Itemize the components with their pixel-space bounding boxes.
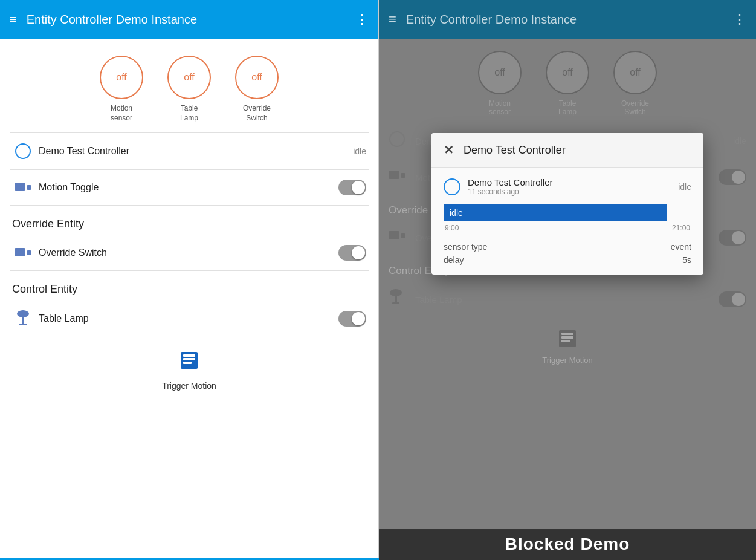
- modal-meta-sensor-key: sensor type: [444, 242, 487, 252]
- bar-times: 9:00 21:00: [444, 224, 691, 232]
- controller-row[interactable]: Demo Test Controller idle: [0, 133, 378, 169]
- svg-point-0: [16, 144, 30, 158]
- table-lamp-label: Table Lamp: [39, 313, 338, 324]
- svg-rect-7: [19, 324, 27, 325]
- modal-card: ✕ Demo Test Controller Demo Test Control…: [431, 133, 703, 275]
- modal-metadata: sensor type event delay 5s: [444, 242, 691, 265]
- override-switch-icon: [12, 246, 34, 260]
- modal-entity-info: Demo Test Controller 11 seconds ago: [468, 177, 671, 196]
- override-section-header: Override Entity: [0, 206, 378, 235]
- modal-entity-status: idle: [678, 182, 691, 192]
- trigger-motion-icon: [178, 350, 200, 376]
- modal-close-button[interactable]: ✕: [444, 143, 454, 157]
- trigger-motion-label: Trigger Motion: [162, 381, 216, 391]
- motion-toggle-label: Motion Toggle: [39, 182, 338, 193]
- left-panel: ≡ Entity Controller Demo Instance ⋮ off …: [0, 0, 379, 560]
- svg-point-5: [17, 310, 29, 317]
- left-circle-motion-label: Motionsensor: [111, 104, 132, 123]
- idle-bar: idle: [444, 204, 667, 221]
- left-circle-motion-badge[interactable]: off: [100, 56, 143, 99]
- motion-toggle-switch[interactable]: [338, 180, 366, 195]
- svg-rect-3: [15, 248, 25, 256]
- svg-rect-6: [22, 317, 24, 324]
- left-circle-override: off OverrideSwitch: [235, 56, 279, 123]
- left-circle-lamp-badge[interactable]: off: [167, 56, 211, 99]
- modal-entity-circle: [444, 178, 460, 195]
- modal-meta-delay-key: delay: [444, 255, 464, 265]
- hamburger-icon[interactable]: ≡: [10, 13, 17, 27]
- controller-icon: [12, 143, 34, 160]
- left-status-circles: off Motionsensor off TableLamp off Overr…: [0, 39, 378, 132]
- svg-rect-10: [183, 358, 195, 360]
- controller-name: Demo Test Controller: [39, 146, 353, 157]
- left-circle-lamp: off TableLamp: [167, 56, 211, 123]
- bottom-bar: [0, 558, 379, 560]
- trigger-motion-button[interactable]: Trigger Motion: [0, 337, 378, 403]
- svg-rect-11: [183, 362, 192, 364]
- bar-time-start: 9:00: [445, 224, 459, 232]
- svg-rect-4: [27, 250, 31, 255]
- left-app-bar: ≡ Entity Controller Demo Instance ⋮: [0, 0, 378, 39]
- modal-entity-time: 11 seconds ago: [468, 187, 671, 196]
- override-toggle-switch[interactable]: [338, 245, 366, 261]
- modal-header: ✕ Demo Test Controller: [431, 133, 703, 168]
- modal-meta-sensor-value: event: [671, 242, 691, 252]
- override-switch-label: Override Switch: [39, 247, 338, 258]
- table-lamp-row: Table Lamp: [0, 301, 378, 337]
- left-circle-lamp-label: TableLamp: [180, 104, 198, 123]
- bar-time-end: 21:00: [672, 224, 690, 232]
- modal-title: Demo Test Controller: [464, 144, 566, 157]
- override-switch-row: Override Switch: [0, 235, 378, 270]
- left-more-icon[interactable]: ⋮: [355, 11, 369, 27]
- modal-overlay: ✕ Demo Test Controller Demo Test Control…: [379, 0, 756, 560]
- motion-toggle-icon: [12, 180, 34, 195]
- control-section-header: Control Entity: [0, 271, 378, 301]
- left-circle-override-label: OverrideSwitch: [243, 104, 271, 123]
- modal-meta-delay: delay 5s: [444, 255, 691, 265]
- motion-toggle-row: Motion Toggle: [0, 170, 378, 205]
- right-panel: ≡ Entity Controller Demo Instance ⋮ off …: [379, 0, 756, 560]
- modal-entity-name: Demo Test Controller: [468, 177, 671, 187]
- modal-body: Demo Test Controller 11 seconds ago idle…: [431, 168, 703, 275]
- svg-rect-9: [183, 354, 195, 357]
- svg-rect-2: [27, 185, 31, 190]
- svg-rect-1: [15, 183, 25, 191]
- idle-bar-container: idle 9:00 21:00: [444, 204, 691, 232]
- table-lamp-toggle[interactable]: [338, 311, 366, 327]
- left-circle-override-badge[interactable]: off: [235, 56, 279, 99]
- modal-entity-row: Demo Test Controller 11 seconds ago idle: [444, 177, 691, 196]
- controller-status: idle: [353, 146, 366, 156]
- modal-meta-sensor-type: sensor type event: [444, 242, 691, 252]
- left-app-bar-title: Entity Controller Demo Instance: [27, 13, 355, 27]
- table-lamp-icon: [12, 310, 34, 327]
- left-circle-motion: off Motionsensor: [100, 56, 143, 123]
- modal-meta-delay-value: 5s: [682, 255, 691, 265]
